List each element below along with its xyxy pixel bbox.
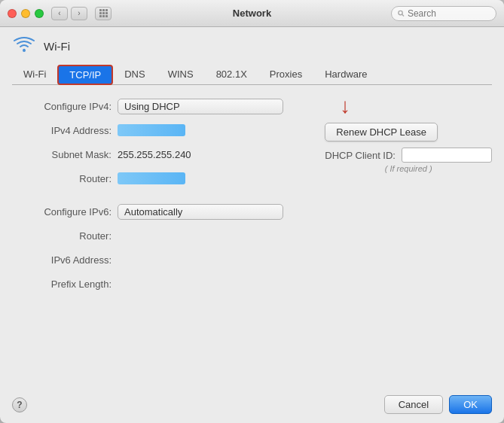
dialog-buttons: Cancel OK (384, 395, 492, 414)
help-button[interactable]: ? (12, 397, 27, 412)
configure-ipv4-row: Configure IPv4: Using DHCP Manually Usin… (12, 96, 310, 117)
configure-ipv6-select[interactable]: Automatically Manually Link-local only O… (118, 204, 283, 220)
grid-button[interactable] (95, 7, 111, 20)
network-window: ‹ › Network (0, 0, 504, 423)
search-input[interactable] (408, 8, 490, 19)
forward-button[interactable]: › (71, 7, 87, 20)
right-column: ↓ Renew DHCP Lease DHCP Client ID: ( If … (325, 96, 492, 297)
search-icon (398, 10, 405, 17)
content-area: Wi-Fi Wi-Fi TCP/IP DNS WINS 802.1X Proxi… (0, 27, 504, 389)
down-arrow-icon: ↓ (340, 96, 350, 117)
window-title: Network (233, 8, 271, 19)
left-column: Configure IPv4: Using DHCP Manually Usin… (12, 96, 310, 297)
cancel-button[interactable]: Cancel (384, 395, 443, 414)
router6-row: Router: (12, 225, 310, 246)
dhcp-client-id-label: DHCP Client ID: (325, 150, 396, 161)
close-button[interactable] (8, 9, 17, 18)
ipv4-section: Configure IPv4: Using DHCP Manually Usin… (12, 96, 310, 192)
configure-ipv4-select[interactable]: Using DHCP Manually Using DHCP with manu… (118, 99, 283, 114)
maximize-button[interactable] (35, 9, 44, 18)
main-content: Configure IPv4: Using DHCP Manually Usin… (12, 96, 492, 297)
ipv4-address-value (118, 124, 185, 136)
dhcp-client-id-input[interactable] (402, 148, 492, 163)
router6-label: Router: (12, 230, 118, 242)
renew-dhcp-button[interactable]: Renew DHCP Lease (325, 123, 438, 142)
ipv6-address-label: IPv6 Address: (12, 254, 118, 266)
configure-ipv6-row: Configure IPv6: Automatically Manually L… (12, 201, 310, 222)
subnet-mask-row: Subnet Mask: 255.255.255.240 (12, 144, 310, 165)
ok-button[interactable]: OK (449, 395, 492, 414)
configure-ipv6-select-wrapper[interactable]: Automatically Manually Link-local only O… (118, 204, 283, 220)
back-button[interactable]: ‹ (51, 7, 68, 20)
tab-dns[interactable]: DNS (113, 65, 156, 85)
configure-ipv4-label: Configure IPv4: (12, 101, 118, 112)
wifi-label: Wi-Fi (44, 40, 70, 53)
tab-tcpip[interactable]: TCP/IP (57, 65, 113, 85)
nav-buttons: ‹ › (51, 7, 111, 20)
tab-proxies[interactable]: Proxies (258, 65, 313, 85)
if-required-label: ( If required ) (325, 164, 492, 173)
ipv6-address-row: IPv6 Address: (12, 249, 310, 270)
subnet-mask-label: Subnet Mask: (12, 149, 118, 160)
grid-icon (99, 9, 108, 17)
traffic-lights (8, 9, 44, 18)
configure-ipv4-select-wrapper[interactable]: Using DHCP Manually Using DHCP with manu… (118, 99, 283, 114)
tab-hardware[interactable]: Hardware (313, 65, 378, 85)
ipv4-address-label: IPv4 Address: (12, 125, 118, 136)
router-row: Router: (12, 168, 310, 189)
wifi-icon (12, 36, 36, 56)
prefix-length-row: Prefix Length: (12, 273, 310, 294)
wifi-header: Wi-Fi (12, 36, 492, 56)
router-label: Router: (12, 173, 118, 184)
subnet-mask-value: 255.255.255.240 (118, 149, 191, 160)
prefix-length-label: Prefix Length: (12, 278, 118, 290)
tab-wifi[interactable]: Wi-Fi (12, 65, 57, 85)
title-bar: ‹ › Network (0, 0, 504, 27)
dhcp-client-id-row: DHCP Client ID: (325, 148, 492, 163)
minimize-button[interactable] (21, 9, 30, 18)
ipv4-address-row: IPv4 Address: (12, 120, 310, 141)
ipv6-section: Configure IPv6: Automatically Manually L… (12, 201, 310, 297)
tab-wins[interactable]: WINS (157, 65, 205, 85)
router-value (118, 172, 185, 184)
tab-bar: Wi-Fi TCP/IP DNS WINS 802.1X Proxies Har… (12, 64, 492, 85)
search-bar[interactable] (391, 6, 496, 21)
arrow-container: ↓ (340, 96, 350, 117)
tab-8021x[interactable]: 802.1X (205, 65, 258, 85)
tcpip-panel: Configure IPv4: Using DHCP Manually Usin… (12, 96, 492, 389)
svg-point-0 (399, 11, 402, 14)
svg-line-1 (402, 14, 404, 16)
svg-point-2 (23, 49, 26, 52)
configure-ipv6-label: Configure IPv6: (12, 206, 118, 218)
bottom-bar: ? Cancel OK (0, 389, 504, 423)
